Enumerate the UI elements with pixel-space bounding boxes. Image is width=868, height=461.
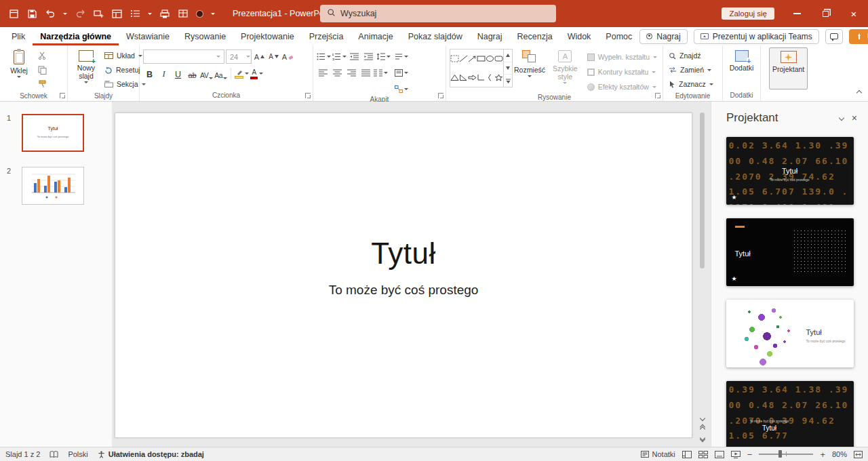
slide-layout-icon[interactable] bbox=[111, 8, 122, 19]
toolbar-customize-caret-icon[interactable] bbox=[211, 13, 215, 15]
font-size-input[interactable] bbox=[230, 53, 243, 61]
shape-brace-icon[interactable] bbox=[486, 68, 494, 87]
new-slide-icon[interactable] bbox=[93, 8, 104, 19]
paste-button[interactable]: Wklej bbox=[3, 47, 35, 91]
decrease-indent-button[interactable] bbox=[348, 49, 361, 63]
notes-toggle[interactable]: Notatki bbox=[641, 450, 675, 458]
scroll-down-icon[interactable] bbox=[699, 416, 705, 421]
quick-styles-button[interactable]: A Szybkie style bbox=[547, 47, 584, 94]
table-icon[interactable] bbox=[178, 8, 189, 19]
shape-arrow-icon[interactable] bbox=[468, 49, 477, 68]
gallery-scroll-up[interactable] bbox=[504, 49, 512, 62]
tab-plik[interactable]: Plik bbox=[4, 27, 33, 45]
new-slide-button[interactable]: Nowy slajd bbox=[71, 47, 101, 91]
accessibility-button[interactable]: Ułatwienia dostępu: zbadaj bbox=[98, 450, 204, 458]
line-spacing-button[interactable] bbox=[376, 49, 391, 63]
tab-animacje[interactable]: Animacje bbox=[351, 27, 400, 45]
comments-button[interactable] bbox=[825, 29, 843, 44]
tab-narzedzia-glowne[interactable]: Narzędzia główne bbox=[33, 27, 119, 45]
underline-button[interactable]: U bbox=[172, 66, 184, 81]
fit-to-window-button[interactable] bbox=[854, 451, 863, 458]
slideshow-view-button[interactable] bbox=[731, 451, 741, 458]
zoom-level[interactable]: 80% bbox=[832, 450, 847, 458]
align-left-button[interactable] bbox=[317, 66, 330, 79]
tab-pomoc[interactable]: Pomoc bbox=[598, 27, 639, 45]
design-idea-4[interactable]: 0.39 3.64 1.38 .3900 0.48 2.07 26.10 .20… bbox=[726, 381, 854, 447]
sign-in-button[interactable]: Zaloguj się bbox=[722, 7, 774, 20]
clear-formatting-button[interactable]: A bbox=[281, 50, 294, 64]
list-caret-icon[interactable] bbox=[148, 13, 152, 15]
character-spacing-button[interactable]: AV bbox=[200, 66, 213, 81]
print-icon[interactable] bbox=[159, 8, 170, 19]
shrink-font-button[interactable]: A bbox=[267, 50, 280, 64]
tab-pokaz-slajdow[interactable]: Pokaz slajdów bbox=[401, 27, 470, 45]
design-idea-2[interactable]: Tytuł ★ bbox=[726, 218, 854, 286]
close-panel-icon[interactable]: × bbox=[852, 113, 857, 123]
share-button[interactable]: Udostępnianie bbox=[849, 29, 868, 44]
search-input[interactable] bbox=[340, 9, 549, 18]
save-icon[interactable] bbox=[26, 8, 37, 19]
increase-indent-button[interactable] bbox=[362, 49, 375, 63]
align-right-button[interactable] bbox=[345, 66, 358, 79]
slide-indicator[interactable]: Slajd 1 z 2 bbox=[5, 450, 40, 458]
font-name-combo[interactable] bbox=[143, 49, 224, 64]
bold-button[interactable]: B bbox=[143, 66, 156, 81]
bullets-button[interactable] bbox=[317, 49, 331, 63]
slide-canvas[interactable]: Tytuł To może być coś prostego bbox=[115, 113, 692, 438]
shape-line-icon[interactable] bbox=[459, 49, 468, 68]
shape-triangle-icon[interactable] bbox=[450, 68, 459, 87]
bullet-list-icon[interactable] bbox=[130, 8, 140, 19]
align-center-button[interactable] bbox=[331, 66, 344, 79]
designer-button[interactable]: Projektant bbox=[769, 47, 808, 89]
vertical-scrollbar[interactable] bbox=[697, 111, 707, 443]
find-button[interactable]: Znajdź bbox=[667, 49, 715, 62]
shape-rounded-rect-icon[interactable] bbox=[494, 49, 503, 68]
tab-projektowanie[interactable]: Projektowanie bbox=[233, 27, 302, 45]
arrange-button[interactable]: Rozmieść bbox=[514, 47, 545, 94]
italic-button[interactable]: I bbox=[157, 66, 170, 81]
copy-button[interactable] bbox=[36, 63, 49, 77]
tab-widok[interactable]: Widok bbox=[560, 27, 599, 45]
align-text-button[interactable] bbox=[395, 66, 408, 79]
restore-button[interactable] bbox=[811, 0, 840, 27]
slide-subtitle-textbox[interactable]: To może być coś prostego bbox=[115, 283, 692, 298]
slide-2-thumbnail[interactable] bbox=[22, 167, 84, 205]
undo-caret-icon[interactable] bbox=[63, 13, 67, 15]
shape-fill-button[interactable]: Wypełn. kształtu bbox=[585, 50, 659, 64]
zoom-slider-thumb[interactable] bbox=[778, 450, 782, 458]
strikethrough-button[interactable]: ab bbox=[186, 66, 199, 81]
format-painter-button[interactable] bbox=[36, 77, 49, 91]
font-color-button[interactable]: A bbox=[250, 67, 263, 81]
slide-sorter-view-button[interactable] bbox=[698, 451, 708, 458]
shape-rectangle-icon[interactable] bbox=[477, 49, 486, 68]
shape-star-icon[interactable] bbox=[494, 68, 503, 87]
clipboard-dialog-launcher[interactable] bbox=[60, 93, 65, 98]
tab-przejscia[interactable]: Przejścia bbox=[302, 27, 351, 45]
addins-button[interactable]: Dodatki bbox=[726, 47, 757, 89]
record-pill-button[interactable]: Nagraj bbox=[639, 29, 687, 44]
tab-nagraj[interactable]: Nagraj bbox=[470, 27, 510, 45]
text-highlight-button[interactable] bbox=[235, 67, 249, 81]
redo-icon[interactable] bbox=[75, 8, 85, 19]
collapse-ribbon-button[interactable] bbox=[857, 85, 861, 98]
design-idea-1[interactable]: 0.02 3.64 1.30 .3900 0.48 2.07 66.10 .20… bbox=[726, 137, 854, 205]
collapse-panel-icon[interactable] bbox=[839, 115, 844, 121]
zoom-slider[interactable] bbox=[759, 454, 813, 455]
cut-button[interactable] bbox=[36, 49, 49, 62]
spellcheck-button[interactable] bbox=[50, 451, 58, 458]
undo-icon[interactable] bbox=[45, 8, 56, 19]
shape-elbow-icon[interactable] bbox=[477, 68, 486, 87]
shape-right-triangle-icon[interactable] bbox=[459, 68, 468, 87]
shape-outline-button[interactable]: Kontury kształtu bbox=[585, 65, 659, 79]
zoom-out-button[interactable]: − bbox=[747, 450, 753, 459]
convert-to-smartart-button[interactable] bbox=[395, 82, 408, 96]
justify-button[interactable] bbox=[359, 66, 372, 79]
zoom-in-button[interactable]: + bbox=[820, 450, 825, 459]
shapes-gallery[interactable] bbox=[450, 49, 513, 87]
shape-effects-button[interactable]: Efekty kształtów bbox=[585, 80, 659, 94]
scrollbar-thumb[interactable] bbox=[700, 113, 705, 268]
normal-view-button[interactable] bbox=[682, 451, 692, 458]
design-idea-3[interactable]: Tytuł To może być coś prostego bbox=[726, 300, 854, 367]
numbering-button[interactable] bbox=[332, 49, 347, 63]
slide-1-thumbnail[interactable]: Tytuł To może być coś prostego bbox=[22, 114, 84, 152]
